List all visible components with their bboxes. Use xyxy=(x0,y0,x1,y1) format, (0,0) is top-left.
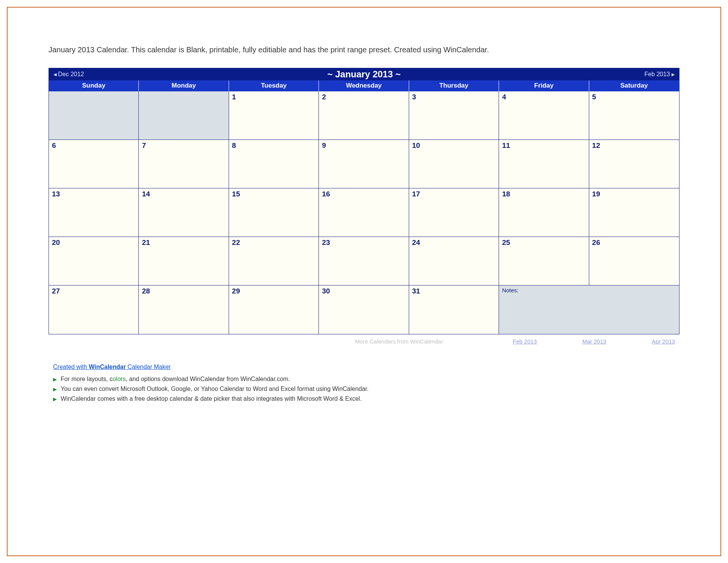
bullet-text: For more layouts, colors, and options do… xyxy=(61,376,290,383)
day-cell[interactable]: 21 xyxy=(139,237,229,285)
next-month-link[interactable]: Feb 2013 ▶ xyxy=(640,71,679,78)
prev-month-link[interactable]: ◀ Dec 2012 xyxy=(49,71,89,78)
bullet-text: WinCalendar comes with a free desktop ca… xyxy=(61,395,362,402)
day-cell[interactable] xyxy=(139,91,229,140)
day-cell[interactable]: 23 xyxy=(319,237,409,285)
footer-link-feb[interactable]: Feb 2013 xyxy=(513,338,537,345)
day-cell[interactable]: 16 xyxy=(319,188,409,237)
day-cell[interactable]: 11 xyxy=(499,140,589,188)
triangle-right-icon: ▶ xyxy=(53,386,57,392)
day-cell[interactable]: 14 xyxy=(139,188,229,237)
footer-link-mar[interactable]: Mar 2013 xyxy=(582,338,606,345)
day-cell[interactable]: 28 xyxy=(139,285,229,334)
triangle-left-icon: ◀ xyxy=(53,72,56,77)
day-cell[interactable]: 2 xyxy=(319,91,409,140)
created-with-prefix: Created with xyxy=(53,364,89,370)
created-with-suffix: Calendar Maker xyxy=(126,364,171,370)
bullet-list: ▶ For more layouts, colors, and options … xyxy=(53,374,682,404)
triangle-right-icon: ▶ xyxy=(672,72,675,77)
day-of-week-header: Sunday Monday Tuesday Wednesday Thursday… xyxy=(49,80,679,91)
day-cell[interactable]: 3 xyxy=(409,91,499,140)
notes-cell[interactable]: Notes: xyxy=(499,285,679,334)
day-cell[interactable]: 5 xyxy=(589,91,679,140)
created-with-link[interactable]: Created with WinCalendar Calendar Maker xyxy=(53,364,171,370)
dow-tuesday: Tuesday xyxy=(229,80,319,91)
day-cell[interactable]: 9 xyxy=(319,140,409,188)
day-cell[interactable]: 18 xyxy=(499,188,589,237)
bullet-text: You can even convert Microsoft Outlook, … xyxy=(61,386,369,392)
bullet-item: ▶ For more layouts, colors, and options … xyxy=(53,374,682,384)
dow-thursday: Thursday xyxy=(409,80,499,91)
bullet-item: ▶ WinCalendar comes with a free desktop … xyxy=(53,394,682,404)
day-cell[interactable]: 4 xyxy=(499,91,589,140)
day-cell[interactable]: 24 xyxy=(409,237,499,285)
day-cell[interactable]: 29 xyxy=(229,285,319,334)
bullet-item: ▶ You can even convert Microsoft Outlook… xyxy=(53,384,682,394)
dow-wednesday: Wednesday xyxy=(319,80,409,91)
created-with-brand: WinCalendar xyxy=(89,364,126,370)
prev-month-label: Dec 2012 xyxy=(58,71,84,78)
triangle-right-icon: ▶ xyxy=(53,396,57,402)
day-cell[interactable]: 27 xyxy=(49,285,139,334)
calendar: ◀ Dec 2012 ~ January 2013 ~ Feb 2013 ▶ S… xyxy=(49,68,679,334)
day-cell[interactable]: 26 xyxy=(589,237,679,285)
day-cell[interactable]: 12 xyxy=(589,140,679,188)
calendar-description: January 2013 Calendar. This calendar is … xyxy=(46,45,682,54)
day-cell[interactable]: 20 xyxy=(49,237,139,285)
dow-friday: Friday xyxy=(499,80,589,91)
day-cell[interactable]: 8 xyxy=(229,140,319,188)
dow-monday: Monday xyxy=(139,80,229,91)
dow-saturday: Saturday xyxy=(589,80,679,91)
day-cell[interactable]: 6 xyxy=(49,140,139,188)
day-cell[interactable]: 17 xyxy=(409,188,499,237)
day-cell[interactable]: 13 xyxy=(49,188,139,237)
day-cell[interactable]: 30 xyxy=(319,285,409,334)
day-cell[interactable]: 25 xyxy=(499,237,589,285)
day-cell[interactable]: 7 xyxy=(139,140,229,188)
calendar-grid: 1 2 3 4 5 6 7 8 9 10 11 12 13 14 15 16 1… xyxy=(49,91,679,334)
info-block: Created with WinCalendar Calendar Maker … xyxy=(53,364,682,404)
day-cell[interactable]: 1 xyxy=(229,91,319,140)
day-cell[interactable]: 22 xyxy=(229,237,319,285)
dow-sunday: Sunday xyxy=(49,80,139,91)
day-cell[interactable]: 31 xyxy=(409,285,499,334)
calendar-title-bar: ◀ Dec 2012 ~ January 2013 ~ Feb 2013 ▶ xyxy=(49,68,679,80)
day-cell[interactable]: 19 xyxy=(589,188,679,237)
footer-links: More Calendars from WinCalendar: Feb 201… xyxy=(46,334,682,345)
more-calendars-label: More Calendars from WinCalendar: xyxy=(46,338,467,345)
calendar-title: ~ January 2013 ~ xyxy=(49,69,679,80)
document-frame: January 2013 Calendar. This calendar is … xyxy=(7,7,721,556)
triangle-right-icon: ▶ xyxy=(53,376,57,382)
day-cell[interactable]: 10 xyxy=(409,140,499,188)
day-cell[interactable] xyxy=(49,91,139,140)
day-cell[interactable]: 15 xyxy=(229,188,319,237)
footer-link-apr[interactable]: Apr 2013 xyxy=(652,338,675,345)
next-month-label: Feb 2013 xyxy=(644,71,670,78)
